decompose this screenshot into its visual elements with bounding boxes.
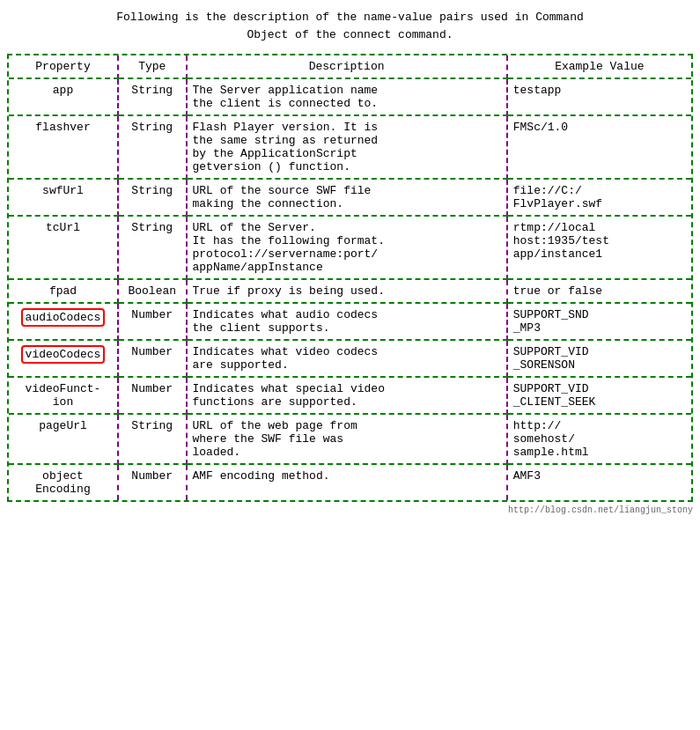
- cell-description: URL of the source SWF file making the co…: [187, 179, 507, 216]
- intro-text: Following is the description of the name…: [7, 9, 693, 43]
- header-property: Property: [9, 55, 118, 78]
- cell-description: Indicates what video codecs are supporte…: [187, 340, 507, 377]
- table-row: swfUrlStringURL of the source SWF file m…: [9, 179, 691, 216]
- table-row: fpadBooleanTrue if proxy is being used.t…: [9, 279, 691, 303]
- circled-property: audioCodecs: [21, 308, 106, 327]
- cell-description: AMF encoding method.: [187, 464, 507, 500]
- cell-property: pageUrl: [9, 414, 118, 464]
- cell-example: SUPPORT_SND _MP3: [507, 303, 691, 340]
- table-row: tcUrlStringURL of the Server. It has the…: [9, 216, 691, 279]
- cell-property: app: [9, 78, 118, 115]
- table-row: videoFunct- ionNumberIndicates what spec…: [9, 377, 691, 414]
- cell-type: Number: [118, 303, 187, 340]
- table-row: appStringThe Server application name the…: [9, 78, 691, 115]
- cell-example: AMF3: [507, 464, 691, 500]
- cell-property: tcUrl: [9, 216, 118, 279]
- cell-type: Number: [118, 464, 187, 500]
- table-row: object EncodingNumberAMF encoding method…: [9, 464, 691, 500]
- header-type: Type: [118, 55, 187, 78]
- circled-property: videoCodecs: [21, 345, 106, 364]
- cell-property: object Encoding: [9, 464, 118, 500]
- cell-example: true or false: [507, 279, 691, 303]
- cell-property: audioCodecs: [9, 303, 118, 340]
- cell-description: Indicates what special video functions a…: [187, 377, 507, 414]
- header-example: Example Value: [507, 55, 691, 78]
- watermark: http://blog.csdn.net/liangjun_stony: [7, 505, 693, 515]
- cell-description: True if proxy is being used.: [187, 279, 507, 303]
- cell-example: testapp: [507, 78, 691, 115]
- cell-description: URL of the web page from where the SWF f…: [187, 414, 507, 464]
- cell-example: file://C:/ FlvPlayer.swf: [507, 179, 691, 216]
- cell-type: Number: [118, 377, 187, 414]
- table-row: videoCodecsNumberIndicates what video co…: [9, 340, 691, 377]
- table-header-row: Property Type Description Example Value: [9, 55, 691, 78]
- cell-type: Number: [118, 340, 187, 377]
- table-row: flashverStringFlash Player version. It i…: [9, 115, 691, 179]
- properties-table: Property Type Description Example Value …: [9, 55, 691, 500]
- cell-description: URL of the Server. It has the following …: [187, 216, 507, 279]
- table-row: audioCodecsNumberIndicates what audio co…: [9, 303, 691, 340]
- cell-example: FMSc/1.0: [507, 115, 691, 179]
- cell-property: fpad: [9, 279, 118, 303]
- cell-property: flashver: [9, 115, 118, 179]
- cell-example: SUPPORT_VID _CLIENT_SEEK: [507, 377, 691, 414]
- cell-type: String: [118, 179, 187, 216]
- cell-description: Flash Player version. It is the same str…: [187, 115, 507, 179]
- header-description: Description: [187, 55, 507, 78]
- intro-section: Following is the description of the name…: [7, 9, 693, 43]
- cell-property: videoFunct- ion: [9, 377, 118, 414]
- cell-example: SUPPORT_VID _SORENSON: [507, 340, 691, 377]
- cell-type: String: [118, 216, 187, 279]
- cell-description: Indicates what audio codecs the client s…: [187, 303, 507, 340]
- cell-example: http:// somehost/ sample.html: [507, 414, 691, 464]
- cell-type: Boolean: [118, 279, 187, 303]
- cell-type: String: [118, 414, 187, 464]
- cell-property: swfUrl: [9, 179, 118, 216]
- table-row: pageUrlStringURL of the web page from wh…: [9, 414, 691, 464]
- main-table-wrapper: Property Type Description Example Value …: [7, 54, 693, 502]
- cell-property: videoCodecs: [9, 340, 118, 377]
- cell-type: String: [118, 115, 187, 179]
- cell-example: rtmp://local host:1935/test app/instance…: [507, 216, 691, 279]
- cell-description: The Server application name the client i…: [187, 78, 507, 115]
- cell-type: String: [118, 78, 187, 115]
